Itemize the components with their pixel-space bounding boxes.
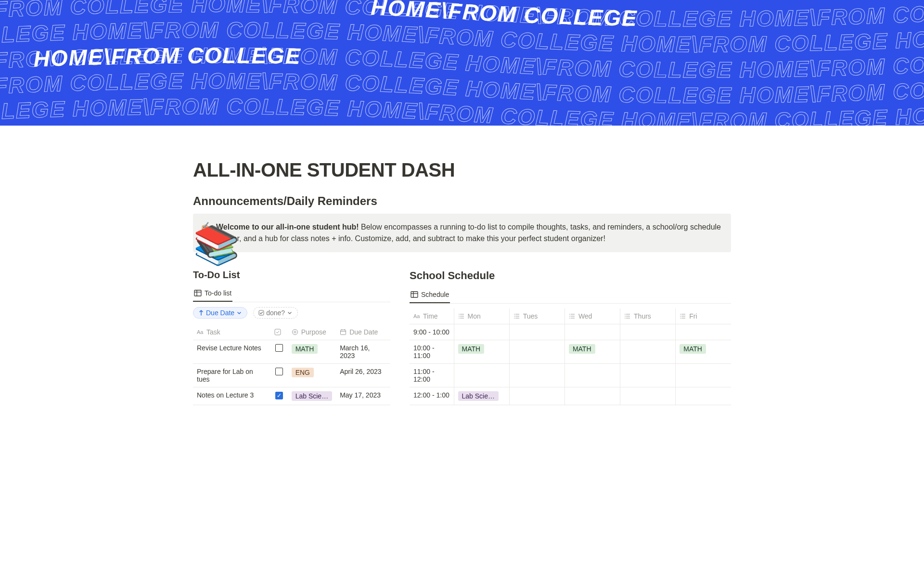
table-row[interactable]: 10:00 - 11:00MATHMATHMATH [410, 340, 731, 364]
tues-cell[interactable] [509, 387, 565, 405]
purpose-tag: MATH [292, 344, 318, 354]
svg-text:Aa: Aa [197, 329, 204, 335]
time-cell[interactable]: 10:00 - 11:00 [410, 340, 454, 364]
due-date-cell[interactable]: March 16, 2023 [336, 340, 390, 364]
table-row[interactable]: 9:00 - 10:00 [410, 324, 731, 340]
svg-text:Aa: Aa [413, 313, 420, 319]
wed-cell[interactable] [565, 387, 620, 405]
tab-label: To-do list [205, 289, 231, 297]
done-checkbox[interactable] [275, 392, 283, 399]
arrow-up-icon [198, 310, 204, 316]
done-checkbox[interactable] [275, 344, 283, 352]
list-icon [569, 313, 576, 320]
due-date-cell[interactable]: May 17, 2023 [336, 387, 390, 405]
todo-heading[interactable]: To-Do List [193, 269, 390, 281]
col-mon[interactable]: Mon [454, 308, 509, 324]
fri-cell[interactable] [676, 364, 731, 387]
tues-cell[interactable] [509, 340, 565, 364]
table-icon [411, 291, 418, 298]
svg-point-33 [514, 316, 515, 317]
course-tag: MATH [569, 344, 595, 354]
calendar-icon [340, 329, 346, 335]
purpose-cell[interactable]: MATH [288, 340, 336, 364]
col-due-date[interactable]: Due Date [336, 324, 390, 340]
task-title[interactable]: Prepare for Lab on tues [193, 364, 270, 387]
target-icon [292, 329, 298, 335]
svg-point-46 [625, 318, 626, 319]
svg-point-45 [625, 316, 626, 317]
svg-point-13 [292, 330, 297, 335]
col-time[interactable]: AaTime [410, 308, 454, 324]
list-icon [513, 313, 520, 320]
tues-cell[interactable] [509, 324, 565, 340]
chevron-down-icon [236, 310, 242, 316]
announcements-heading[interactable]: Announcements/Daily Reminders [193, 194, 731, 208]
svg-rect-19 [411, 292, 418, 297]
svg-point-28 [459, 318, 460, 319]
list-icon [680, 313, 686, 320]
chevron-down-icon [287, 310, 293, 316]
fri-cell[interactable] [676, 324, 731, 340]
fri-cell[interactable]: MATH [676, 340, 731, 364]
course-tag: MATH [458, 344, 485, 354]
time-cell[interactable]: 12:00 - 1:00 [410, 387, 454, 405]
time-cell[interactable]: 9:00 - 10:00 [410, 324, 454, 340]
time-cell[interactable]: 11:00 - 12:00 [410, 364, 454, 387]
table-row[interactable]: 11:00 - 12:00 [410, 364, 731, 387]
col-task[interactable]: AaTask [193, 324, 270, 340]
text-icon: Aa [197, 329, 204, 335]
course-tag: Lab Scie… [458, 391, 499, 401]
thurs-cell[interactable] [620, 324, 676, 340]
purpose-cell[interactable]: Lab Scie… [288, 387, 336, 405]
mon-cell[interactable] [454, 324, 509, 340]
svg-point-51 [680, 316, 681, 317]
text-icon: Aa [413, 313, 420, 320]
schedule-heading[interactable]: School Schedule [410, 269, 731, 282]
table-row[interactable]: Revise Lecture NotesMATHMarch 16, 2023 [193, 340, 390, 364]
tab-todo-list[interactable]: To-do list [193, 286, 232, 302]
mon-cell[interactable]: MATH [454, 340, 509, 364]
filter-label: done? [266, 309, 285, 317]
svg-rect-10 [259, 310, 264, 315]
col-purpose[interactable]: Purpose [288, 324, 336, 340]
course-tag: MATH [680, 344, 706, 354]
task-title[interactable]: Notes on Lecture 3 [193, 387, 270, 405]
svg-point-38 [569, 314, 570, 315]
todo-table: AaTask Purpose Due Date Revise Lecture N… [193, 324, 390, 405]
thurs-cell[interactable] [620, 364, 676, 387]
col-fri[interactable]: Fri [676, 308, 731, 324]
checkbox-icon [274, 329, 281, 335]
welcome-callout[interactable]: ✍🏼 Welcome to our all-in-one student hub… [193, 214, 731, 252]
tab-schedule[interactable]: Schedule [410, 288, 450, 303]
thurs-cell[interactable] [620, 387, 676, 405]
col-wed[interactable]: Wed [565, 308, 620, 324]
tues-cell[interactable] [509, 364, 565, 387]
thurs-cell[interactable] [620, 340, 676, 364]
tab-label: Schedule [421, 291, 449, 298]
svg-rect-12 [275, 329, 281, 335]
purpose-cell[interactable]: ENG [288, 364, 336, 387]
page-title[interactable]: ALL-IN-ONE STUDENT DASH [193, 159, 731, 181]
table-row[interactable]: Prepare for Lab on tuesENGApril 26, 2023 [193, 364, 390, 387]
filter-due-date[interactable]: Due Date [193, 307, 247, 319]
fri-cell[interactable] [676, 387, 731, 405]
col-tues[interactable]: Tues [509, 308, 565, 324]
due-date-cell[interactable]: April 26, 2023 [336, 364, 390, 387]
wed-cell[interactable] [565, 324, 620, 340]
wed-cell[interactable] [565, 364, 620, 387]
col-done[interactable] [270, 324, 288, 340]
page-icon[interactable]: 📚 [193, 223, 240, 267]
mon-cell[interactable]: Lab Scie… [454, 387, 509, 405]
mon-cell[interactable] [454, 364, 509, 387]
table-row[interactable]: 12:00 - 1:00Lab Scie… [410, 387, 731, 405]
task-title[interactable]: Revise Lecture Notes [193, 340, 270, 364]
done-checkbox[interactable] [275, 368, 283, 375]
filter-done[interactable]: done? [253, 307, 298, 319]
svg-point-14 [294, 331, 296, 333]
svg-point-44 [625, 314, 626, 315]
svg-point-26 [459, 314, 460, 315]
wed-cell[interactable]: MATH [565, 340, 620, 364]
purpose-tag: ENG [292, 368, 314, 377]
table-row[interactable]: Notes on Lecture 3Lab Scie…May 17, 2023 [193, 387, 390, 405]
col-thurs[interactable]: Thurs [620, 308, 676, 324]
